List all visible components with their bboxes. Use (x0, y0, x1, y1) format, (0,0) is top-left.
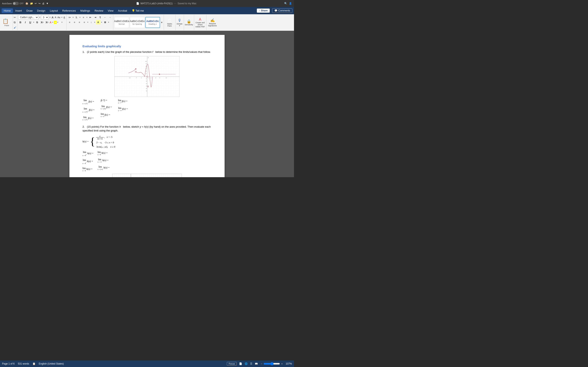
multilevel-dropdown[interactable]: ▼ (86, 17, 88, 18)
menu-insert[interactable]: Insert (13, 8, 24, 13)
numbering-btn[interactable]: 1. (74, 15, 79, 20)
print-icon[interactable]: 🖨 (42, 2, 44, 5)
font-color-dropdown[interactable]: ▼ (52, 21, 53, 23)
subscript-btn[interactable]: X2 (40, 20, 44, 25)
lim-func-3: f(x) = (88, 117, 94, 119)
shading-dropdown[interactable]: ▼ (101, 21, 103, 23)
font-family-select[interactable]: Calibri Ligh... (18, 15, 39, 20)
multilevel-btn[interactable]: ≡ (81, 15, 86, 20)
more-icon[interactable]: ▼ (46, 2, 49, 5)
bold-btn[interactable]: B (18, 20, 23, 25)
menu-tell-me[interactable]: 💡 Tell me (130, 8, 146, 13)
dictate-label[interactable]: Dictate (177, 23, 182, 25)
autosave-state: OFF (20, 2, 24, 5)
clear-format-btn[interactable]: A̲ (63, 16, 66, 19)
menu-mailings[interactable]: Mailings (78, 8, 92, 13)
para-marks-btn[interactable]: ¶ (98, 15, 103, 20)
align-left-btn[interactable]: ≡ (67, 20, 72, 25)
change-case-btn[interactable]: Aa (57, 16, 61, 19)
h-limits-col2: lim x→0 h(x) = lim x→-∞ h(x) = (98, 151, 110, 172)
decrease-font-btn[interactable]: A (54, 16, 57, 19)
share-button[interactable]: ↑ Share (257, 8, 270, 13)
increase-font-btn[interactable]: A (51, 16, 54, 19)
font-size-dropdown-icon[interactable]: ▼ (49, 17, 51, 18)
menu-acrobat[interactable]: Acrobat (116, 8, 129, 13)
adobe-create-label[interactable]: Create and Share Adobe PDF (195, 22, 205, 28)
menu-home[interactable]: Home (2, 8, 13, 13)
highlight-dropdown[interactable]: ▼ (57, 21, 59, 23)
redo-icon[interactable]: ↪ (38, 2, 40, 5)
paste-dropdown[interactable]: ▼ (9, 20, 11, 22)
case3-x2: x (111, 145, 112, 148)
style-heading1[interactable]: AaBbCcDc Heading 1 (145, 17, 160, 28)
italic-btn[interactable]: I (23, 20, 27, 25)
font-group: Calibri Ligh... ▼ 16 ▼ A A Aa ▼ A̲ B I U… (17, 15, 67, 30)
menubar-right: ↑ Share 💬 Comments (257, 8, 292, 13)
underline-btn[interactable]: U (28, 20, 33, 25)
strikethrough-btn[interactable]: S (35, 20, 39, 25)
styles-pane-label[interactable]: Styles Pane (165, 23, 174, 27)
limit8: lim x→∞ f(x) = (118, 107, 128, 111)
linespacing-dropdown[interactable]: ▼ (94, 21, 95, 23)
align-center-btn[interactable]: ≡ (72, 20, 77, 25)
justify-btn[interactable]: ≡ (82, 20, 86, 25)
line-spacing-btn[interactable]: ↕ (89, 20, 94, 25)
format-painter-icon[interactable]: 🖌 (14, 26, 16, 29)
bullets-dropdown[interactable]: ▼ (72, 17, 74, 18)
underline-dropdown[interactable]: ▼ (33, 21, 35, 23)
shading-btn[interactable]: A (96, 20, 100, 25)
lim-sub-5: x→(-3) (101, 108, 105, 110)
increase-indent-btn[interactable]: ⇥ (93, 15, 98, 20)
styles-scroll-down[interactable]: ▼ (161, 21, 163, 24)
copy-icon[interactable]: ⧉ (14, 21, 16, 24)
font-format-dropdown[interactable]: ▼ (61, 21, 63, 23)
align-dropdown[interactable]: ▼ (87, 21, 89, 23)
paste-icon[interactable]: 📋 (2, 18, 9, 24)
ltr-btn[interactable]: → (108, 15, 112, 20)
undo-icon[interactable]: ↩ (35, 2, 37, 5)
font-format-btn[interactable]: A (59, 21, 61, 24)
case-dropdown[interactable]: ▼ (61, 17, 63, 18)
style-normal[interactable]: AaBbCcDdEe Normal (114, 17, 129, 28)
hlim-1: lim x→4+ (82, 151, 87, 156)
align-right-btn[interactable]: ≡ (77, 20, 82, 25)
sensitivity-label[interactable]: Sensitivity (185, 24, 193, 26)
adobe-create-icon: A (199, 17, 201, 22)
borders-btn[interactable]: ⊞ (103, 20, 107, 25)
style-heading1-text: AaBbCcDc (146, 20, 159, 23)
autosave-toggle[interactable] (13, 2, 19, 5)
style-nospacing[interactable]: AaBbCcDdEe No Spacing (130, 17, 145, 28)
font-size-select[interactable]: 16 (41, 15, 49, 20)
lim-notation-3: lim x→(-7) (82, 116, 87, 121)
limits-col3: lim x→7 f(x) = lim x→∞ f(x) = (118, 99, 128, 121)
dictate-dropdown[interactable]: ▼ (179, 25, 181, 27)
menu-review[interactable]: Review (93, 8, 105, 13)
borders-dropdown[interactable]: ▼ (108, 21, 109, 23)
case2: 3 − x, -3 ≤ x < 0 (96, 141, 115, 144)
rtl-btn[interactable]: ← (103, 15, 107, 20)
cut-icon[interactable]: ✂ (14, 16, 16, 19)
menu-layout[interactable]: Layout (48, 8, 60, 13)
graph-h-svg: -10 -5 0 5 10 15 20 25 -5 (112, 174, 182, 177)
titlebar-right: 🔍 👤 (284, 2, 292, 5)
problem2-text-main: (15 points) For the function (87, 125, 119, 128)
font-family-dropdown-icon[interactable]: ▼ (39, 17, 41, 18)
profile-icon[interactable]: 👤 (289, 2, 292, 5)
menu-references[interactable]: References (60, 8, 78, 13)
highlight-btn[interactable]: A (54, 21, 57, 24)
menu-design[interactable]: Design (35, 8, 47, 13)
search-icon[interactable]: 🔍 (284, 2, 287, 5)
menu-view[interactable]: View (106, 8, 116, 13)
bullets-btn[interactable]: ≡• (67, 15, 72, 20)
decrease-indent-btn[interactable]: ⇤ (88, 15, 93, 20)
problem1-number: 1. (82, 50, 85, 53)
request-sigs-label[interactable]: Request Signatures (208, 23, 217, 27)
piecewise-container: h(x) = { x 3x+15 , x < -5 3 − x, (82, 135, 212, 149)
numbering-dropdown[interactable]: ▼ (79, 17, 81, 18)
menu-draw[interactable]: Draw (24, 8, 35, 13)
comments-button[interactable]: 💬 Comments (272, 8, 292, 13)
h-limit2: lim x→4- h(x) = (82, 159, 94, 164)
font-color-btn[interactable]: A (50, 21, 52, 24)
svg-text:9: 9 (146, 63, 147, 65)
superscript-btn[interactable]: X2 (45, 20, 49, 25)
